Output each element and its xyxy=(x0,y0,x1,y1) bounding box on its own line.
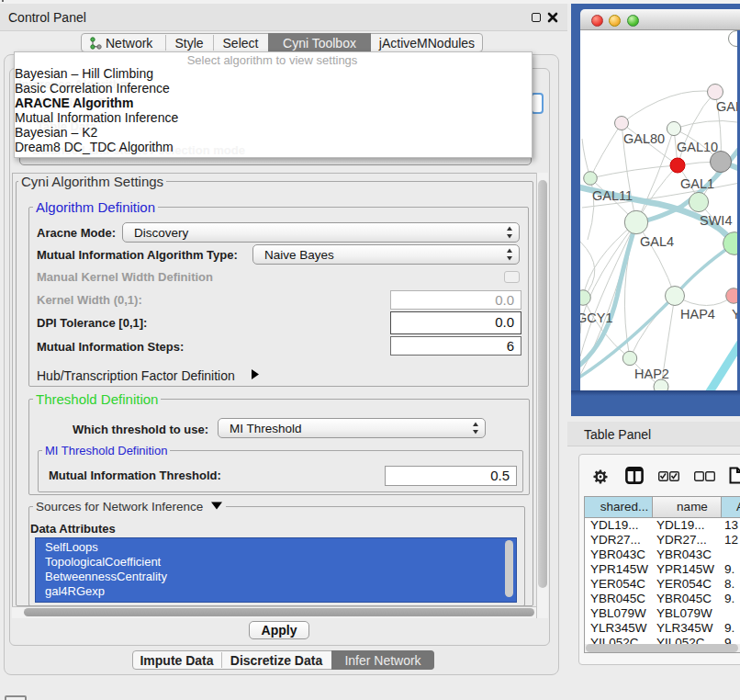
svg-text:SWI4: SWI4 xyxy=(700,213,732,228)
svg-text:GAL11: GAL11 xyxy=(592,188,633,203)
svg-text:GCY1: GCY1 xyxy=(580,310,613,325)
svg-text:GAL80: GAL80 xyxy=(623,131,665,146)
svg-text:GAL10: GAL10 xyxy=(677,140,718,154)
svg-text:HAP2: HAP2 xyxy=(634,367,669,381)
svg-text:HAP4: HAP4 xyxy=(680,307,715,322)
svg-text:Y: Y xyxy=(732,307,737,322)
svg-text:GAL1: GAL1 xyxy=(680,176,714,191)
svg-text:GAL4: GAL4 xyxy=(640,234,674,249)
svg-text:GAL: GAL xyxy=(716,99,737,114)
